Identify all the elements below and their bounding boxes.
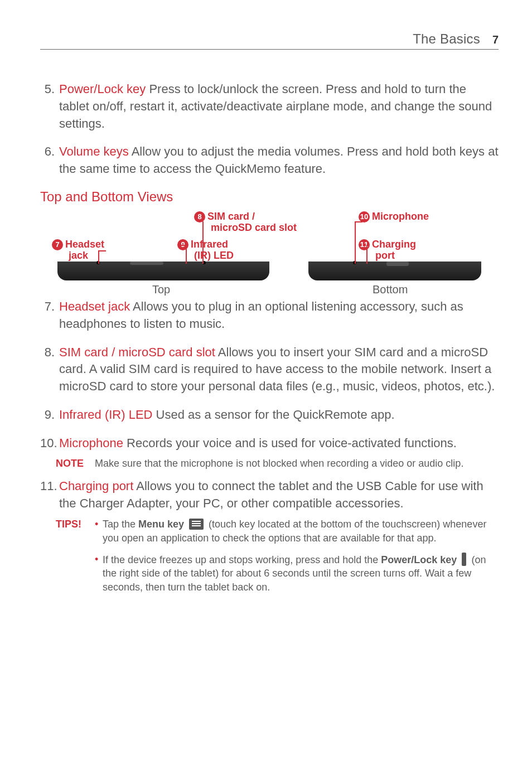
- page-header: The Basics 7: [40, 31, 499, 50]
- term-sim-slot: SIM card / microSD card slot: [59, 345, 215, 359]
- callout-label: port: [375, 250, 395, 261]
- list-item: 7. Headset jack Allows you to plug in an…: [40, 298, 499, 333]
- diagram-caption-top: Top: [152, 283, 170, 296]
- leader-line: [366, 245, 367, 264]
- section-title: The Basics: [413, 31, 480, 47]
- item-number: 11.: [40, 478, 59, 512]
- list-item: 11. Charging port Allows you to connect …: [40, 478, 499, 512]
- list-item: 9. Infrared (IR) LED Used as a sensor fo…: [40, 406, 499, 424]
- item-number: 10.: [40, 435, 59, 452]
- badge-10-icon: 10: [359, 211, 370, 222]
- tip-item: If the device freezes up and stops worki…: [95, 553, 499, 594]
- charging-port-icon: [386, 262, 409, 266]
- top-bottom-diagram: 7Headset jack 8SIM card / microSD card s…: [41, 211, 498, 295]
- leader-line: [179, 245, 186, 246]
- item-number: 5.: [40, 81, 59, 132]
- note-label: NOTE: [56, 457, 95, 470]
- badge-11-icon: 11: [359, 239, 370, 250]
- power-lock-key-icon: [462, 553, 466, 566]
- term-volume-keys: Volume keys: [59, 144, 129, 158]
- list-item: 8. SIM card / microSD card slot Allows y…: [40, 344, 499, 395]
- item-number: 8.: [40, 344, 59, 395]
- leader-line: [98, 250, 99, 264]
- badge-8-icon: 8: [194, 211, 205, 222]
- list-item: 5. Power/Lock key Press to lock/unlock t…: [40, 81, 499, 132]
- callout-label: Microphone: [372, 211, 429, 222]
- tip-text: Tap the: [103, 519, 138, 530]
- sim-slot-icon: [130, 262, 163, 265]
- callout-label: Headset: [65, 239, 104, 250]
- tip-keyword-menu-key: Menu key: [138, 519, 184, 530]
- note-text: Make sure that the microphone is not blo…: [95, 457, 463, 470]
- device-top-edge: [57, 262, 269, 280]
- term-microphone: Microphone: [59, 436, 123, 450]
- badge-7-icon: 7: [52, 239, 63, 250]
- callout-label: Charging: [372, 239, 416, 250]
- callout-label: (IR) LED: [194, 250, 234, 261]
- note-block: NOTE Make sure that the microphone is no…: [56, 457, 499, 470]
- callout-label: microSD card slot: [211, 222, 297, 233]
- menu-key-icon: [189, 519, 204, 530]
- page-number: 7: [492, 33, 499, 46]
- term-headset-jack: Headset jack: [59, 299, 130, 313]
- callout-sim-slot: 8SIM card / microSD card slot: [194, 211, 297, 234]
- subheading-top-bottom-views: Top and Bottom Views: [40, 189, 499, 205]
- tips-label: TIPS!: [56, 517, 95, 601]
- item-number: 9.: [40, 406, 59, 424]
- term-ir-led: Infrared (IR) LED: [59, 408, 153, 422]
- item-number: 7.: [40, 298, 59, 333]
- list-item: 10. Microphone Records your voice and is…: [40, 435, 499, 452]
- item-text: Used as a sensor for the QuickRemote app…: [153, 408, 395, 422]
- leader-line: [186, 245, 187, 264]
- term-charging-port: Charging port: [59, 479, 133, 493]
- callout-headset-jack: 7Headset jack: [52, 239, 104, 262]
- diagram-caption-bottom: Bottom: [373, 283, 408, 296]
- term-power-lock-key: Power/Lock key: [59, 82, 146, 96]
- item-number: 6.: [40, 143, 59, 178]
- callout-label: jack: [69, 250, 88, 261]
- leader-line: [98, 250, 106, 251]
- tip-keyword-power-lock-key: Power/Lock key: [381, 554, 457, 565]
- list-item: 6. Volume keys Allow you to adjust the m…: [40, 143, 499, 178]
- callout-label: Infrared: [191, 239, 228, 250]
- tip-item: Tap the Menu key (touch key located at t…: [95, 517, 499, 545]
- leader-line: [355, 221, 362, 222]
- leader-line: [355, 221, 356, 264]
- callout-label: SIM card /: [207, 211, 255, 222]
- tip-text: If the device freezes up and stops worki…: [103, 554, 381, 565]
- tips-block: TIPS! Tap the Menu key (touch key locate…: [56, 517, 499, 601]
- callout-microphone: 10Microphone: [359, 211, 429, 222]
- item-text: Records your voice and is used for voice…: [123, 436, 457, 450]
